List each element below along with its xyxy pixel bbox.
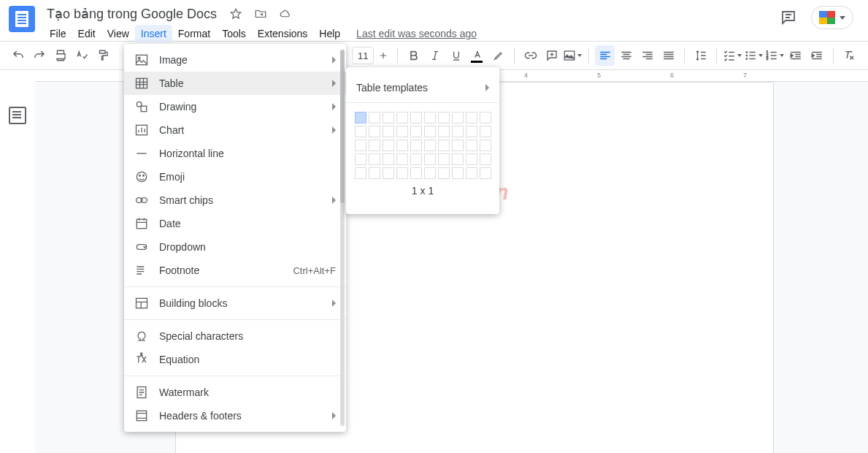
insert-link-button[interactable] xyxy=(521,45,540,66)
menu-scrollbar[interactable] xyxy=(340,50,345,426)
table-picker-cell[interactable] xyxy=(480,112,491,123)
table-picker-cell[interactable] xyxy=(438,167,450,179)
table-picker-cell[interactable] xyxy=(424,140,436,151)
star-icon[interactable] xyxy=(227,5,245,23)
align-left-button[interactable] xyxy=(595,45,615,66)
table-picker-cell[interactable] xyxy=(396,112,408,123)
table-picker-cell[interactable] xyxy=(466,167,477,179)
table-picker-cell[interactable] xyxy=(424,153,436,165)
menu-item-chart[interactable]: Chart xyxy=(124,118,346,142)
table-picker-cell[interactable] xyxy=(369,126,380,137)
spellcheck-button[interactable] xyxy=(72,45,92,66)
table-picker-cell[interactable] xyxy=(410,126,422,137)
menu-item-headers-footers[interactable]: Headers & footers xyxy=(124,404,346,427)
table-picker-cell[interactable] xyxy=(438,153,450,165)
menu-item-watermark[interactable]: Watermark xyxy=(124,381,346,404)
table-picker-cell[interactable] xyxy=(410,140,422,151)
table-picker-cell[interactable] xyxy=(383,126,394,137)
table-picker-cell[interactable] xyxy=(452,112,464,123)
table-picker-cell[interactable] xyxy=(369,153,380,165)
numbered-list-button[interactable]: 123 xyxy=(765,45,785,66)
table-picker-cell[interactable] xyxy=(452,140,464,151)
bold-button[interactable] xyxy=(404,45,423,66)
menu-item-smart-chips[interactable]: Smart chips xyxy=(124,189,346,212)
table-picker-cell[interactable] xyxy=(466,153,477,165)
table-picker-cell[interactable] xyxy=(438,140,450,151)
redo-button[interactable] xyxy=(30,45,50,66)
menu-edit[interactable]: Edit xyxy=(72,25,101,42)
decrease-indent-button[interactable] xyxy=(786,45,806,66)
underline-button[interactable] xyxy=(446,45,466,66)
table-picker-cell[interactable] xyxy=(466,112,477,123)
text-color-button[interactable] xyxy=(467,45,487,66)
menu-item-building-blocks[interactable]: Building blocks xyxy=(124,292,346,315)
document-outline-icon[interactable] xyxy=(9,107,26,124)
table-picker-cell[interactable] xyxy=(452,153,464,165)
table-picker-cell[interactable] xyxy=(452,167,464,179)
table-templates-item[interactable]: Table templates xyxy=(346,73,499,102)
move-folder-icon[interactable] xyxy=(252,5,269,23)
checklist-button[interactable] xyxy=(723,45,742,66)
meet-button[interactable] xyxy=(811,6,853,29)
last-edit-link[interactable]: Last edit was seconds ago xyxy=(356,28,477,39)
table-picker-cell[interactable] xyxy=(396,153,408,165)
table-picker-cell[interactable] xyxy=(355,140,366,151)
font-size-input[interactable] xyxy=(352,47,374,64)
menu-item-footnote[interactable]: FootnoteCtrl+Alt+F xyxy=(124,259,346,282)
table-picker-cell[interactable] xyxy=(410,112,422,123)
table-picker-cell[interactable] xyxy=(369,167,380,179)
table-picker-cell[interactable] xyxy=(383,153,394,165)
table-picker-cell[interactable] xyxy=(396,140,408,151)
table-picker-cell[interactable] xyxy=(466,126,477,137)
table-picker-cell[interactable] xyxy=(424,112,436,123)
table-picker-cell[interactable] xyxy=(355,153,366,165)
menu-item-equation[interactable]: 2Equation xyxy=(124,348,346,371)
menu-tools[interactable]: Tools xyxy=(216,25,252,42)
table-picker-cell[interactable] xyxy=(410,153,422,165)
clear-formatting-button[interactable] xyxy=(840,45,859,66)
menu-insert[interactable]: Insert xyxy=(135,25,172,42)
table-picker-cell[interactable] xyxy=(355,126,366,137)
menu-item-horizontal-line[interactable]: Horizontal line xyxy=(124,142,346,165)
table-picker-cell[interactable] xyxy=(480,140,491,151)
table-picker-cell[interactable] xyxy=(438,112,450,123)
insert-comment-button[interactable] xyxy=(542,45,561,66)
table-picker-cell[interactable] xyxy=(355,112,366,123)
comments-icon[interactable] xyxy=(777,7,799,28)
highlight-color-button[interactable] xyxy=(488,45,508,66)
table-picker-cell[interactable] xyxy=(480,126,491,137)
table-picker-cell[interactable] xyxy=(438,126,450,137)
table-picker-cell[interactable] xyxy=(383,167,394,179)
table-picker-cell[interactable] xyxy=(396,126,408,137)
table-picker-cell[interactable] xyxy=(383,140,394,151)
insert-image-button[interactable] xyxy=(563,45,583,66)
bulleted-list-button[interactable] xyxy=(744,45,764,66)
menu-file[interactable]: File xyxy=(44,25,72,42)
table-picker-cell[interactable] xyxy=(383,112,394,123)
line-spacing-button[interactable] xyxy=(691,45,710,66)
menu-item-emoji[interactable]: Emoji xyxy=(124,165,346,189)
cloud-status-icon[interactable] xyxy=(277,5,294,23)
menu-item-image[interactable]: Image xyxy=(124,48,346,72)
align-right-button[interactable] xyxy=(637,45,657,66)
menu-item-dropdown[interactable]: Dropdown xyxy=(124,235,346,259)
menu-item-drawing[interactable]: Drawing xyxy=(124,95,346,118)
table-picker-cell[interactable] xyxy=(369,112,380,123)
table-size-picker[interactable]: 1 x 1 xyxy=(346,103,499,214)
increase-indent-button[interactable] xyxy=(807,45,827,66)
align-justify-button[interactable] xyxy=(658,45,678,66)
menu-view[interactable]: View xyxy=(101,25,135,42)
table-picker-cell[interactable] xyxy=(480,153,491,165)
table-picker-cell[interactable] xyxy=(424,167,436,179)
paint-format-button[interactable] xyxy=(93,45,113,66)
menu-item-table[interactable]: Table xyxy=(124,72,346,95)
menu-format[interactable]: Format xyxy=(172,25,216,42)
undo-button[interactable] xyxy=(9,45,28,66)
table-picker-cell[interactable] xyxy=(410,167,422,179)
table-picker-cell[interactable] xyxy=(396,167,408,179)
table-picker-cell[interactable] xyxy=(466,140,477,151)
menu-extensions[interactable]: Extensions xyxy=(252,25,313,42)
menu-help[interactable]: Help xyxy=(313,25,346,42)
table-picker-cell[interactable] xyxy=(369,140,380,151)
table-picker-cell[interactable] xyxy=(452,126,464,137)
